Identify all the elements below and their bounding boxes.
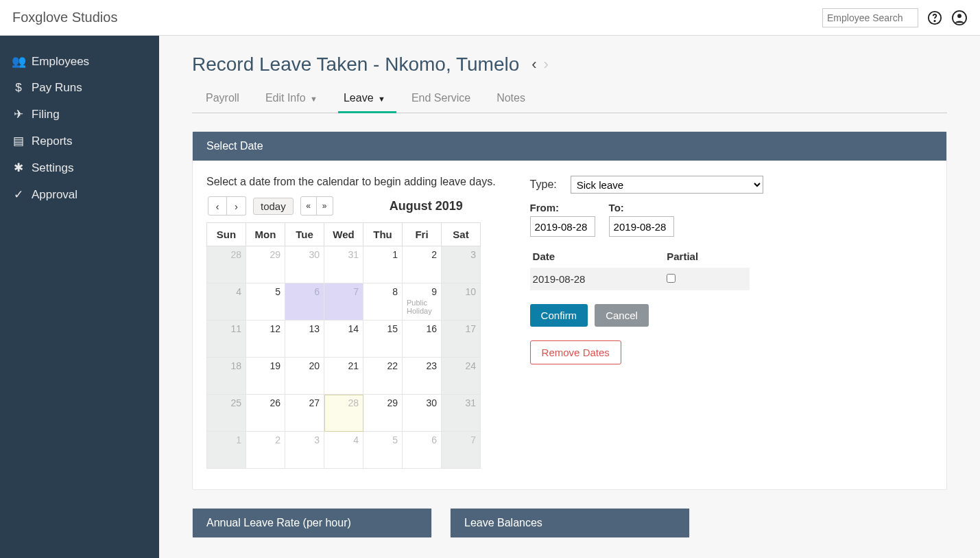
from-date-input[interactable] [530,216,595,237]
calendar-day[interactable]: 19 [246,358,285,395]
report-icon: ▤ [12,134,25,148]
calendar-day[interactable]: 15 [363,321,403,358]
calendar-day[interactable]: 12 [246,321,285,358]
calendar-day[interactable]: 22 [363,358,403,395]
chevron-down-icon: ▼ [378,95,385,103]
leave-type-select[interactable]: Sick leave [571,176,763,194]
calendar-day[interactable]: 5 [246,283,285,321]
table-row: 2019-08-28 [530,268,750,290]
record-pager: ‹ › [531,56,549,73]
help-icon[interactable] [927,10,943,26]
calendar-day[interactable]: 6 [285,283,324,321]
calendar-day[interactable]: 31 [442,395,481,432]
calendar-day[interactable]: 21 [324,358,363,395]
calendar-day[interactable]: 1 [207,432,246,469]
calendar-dow: Mon [246,223,285,246]
sidebar-item-reports[interactable]: ▤ Reports [0,128,159,154]
confirm-button[interactable]: Confirm [530,304,588,327]
calendar-day[interactable]: 9Public Holiday [403,283,442,321]
gear-icon: ✱ [12,161,25,175]
calendar-dow: Sun [207,223,246,246]
leave-form: Type: Sick leave From: To: [530,176,763,469]
partial-checkbox[interactable] [667,274,676,283]
sidebar-item-employees[interactable]: 👥 Employees [0,48,159,75]
tab-payroll[interactable]: Payroll [203,85,242,113]
calendar-day[interactable]: 2 [246,432,285,469]
tab-leave[interactable]: Leave ▼ [341,85,388,113]
calendar-dow: Sat [442,223,481,246]
profile-icon[interactable] [951,10,968,26]
type-label: Type: [530,178,557,191]
col-partial: Partial [664,245,749,268]
calendar-day[interactable]: 16 [403,321,442,358]
calendar-day[interactable]: 28 [207,246,246,283]
remove-dates-button[interactable]: Remove Dates [530,340,621,364]
calendar-day[interactable]: 6 [403,432,442,469]
check-icon: ✓ [12,187,25,202]
calendar-day[interactable]: 23 [403,358,442,395]
employee-search-input[interactable] [822,8,918,27]
calendar-title: August 2019 [390,199,463,213]
calendar-day[interactable]: 31 [324,246,363,283]
cal-next-month-icon[interactable]: › [227,196,246,216]
cancel-button[interactable]: Cancel [595,304,649,327]
calendar-day[interactable]: 29 [246,246,285,283]
sidebar-item-pay-runs[interactable]: $ Pay Runs [0,75,159,101]
to-date-input[interactable] [609,216,674,237]
tab-notes[interactable]: Notes [494,85,528,113]
calendar-day[interactable]: 8 [363,283,403,321]
paper-plane-icon: ✈ [12,107,25,121]
calendar-day[interactable]: 26 [246,395,285,432]
calendar-day[interactable]: 30 [285,246,324,283]
select-date-header: Select Date [193,132,946,161]
sidebar-item-approval[interactable]: ✓ Approval [0,181,159,208]
calendar-day[interactable]: 7 [324,283,363,321]
to-label: To: [609,202,674,213]
select-date-panel: Select Date Select a date from the calen… [192,131,947,490]
sidebar-item-settings[interactable]: ✱ Settings [0,154,159,181]
calendar-day[interactable]: 4 [324,432,363,469]
calendar-instruction: Select a date from the calendar to begin… [206,176,496,188]
chevron-down-icon: ▼ [310,95,318,103]
cal-prev-month-icon[interactable]: ‹ [208,196,227,216]
row-date: 2019-08-28 [530,268,665,290]
calendar-dow: Wed [324,223,363,246]
calendar-day[interactable]: 17 [442,321,481,358]
calendar-day[interactable]: 27 [285,395,324,432]
calendar-day[interactable]: 1 [363,246,403,283]
annual-leave-rate-header: Annual Leave Rate (per hour) [193,509,431,537]
calendar-day[interactable]: 20 [285,358,324,395]
prev-record-icon[interactable]: ‹ [531,56,536,73]
calendar-day[interactable]: 7 [442,432,481,469]
calendar-day[interactable]: 10 [442,283,481,321]
brand-name: Foxglove Studios [12,10,117,25]
tab-bar: Payroll Edit Info ▼ Leave ▼ End Service … [192,85,947,113]
calendar-day[interactable]: 30 [403,395,442,432]
calendar-day[interactable]: 3 [442,246,481,283]
cal-prev-year-icon[interactable]: « [300,196,317,216]
calendar-day[interactable]: 5 [363,432,403,469]
calendar-day[interactable]: 14 [324,321,363,358]
tab-edit-info-label: Edit Info [265,92,306,104]
calendar-day[interactable]: 18 [207,358,246,395]
calendar-day[interactable]: 2 [403,246,442,283]
tab-end-service[interactable]: End Service [409,85,473,113]
page-title: Record Leave Taken - Nkomo, Tumelo [192,54,519,75]
calendar-day[interactable]: 13 [285,321,324,358]
tab-leave-label: Leave [344,92,374,104]
calendar-day[interactable]: 3 [285,432,324,469]
calendar-day[interactable]: 29 [363,395,403,432]
calendar-day[interactable]: 24 [442,358,481,395]
annual-leave-rate-panel: Annual Leave Rate (per hour) [192,508,432,538]
sidebar-item-label: Reports [32,135,73,148]
svg-point-1 [934,20,935,21]
cal-next-year-icon[interactable]: » [317,196,333,216]
cal-today-button[interactable]: today [253,198,294,215]
calendar-day[interactable]: 28 [324,395,363,432]
sidebar-item-filing[interactable]: ✈ Filing [0,101,159,128]
calendar-day[interactable]: 25 [207,395,246,432]
calendar-day[interactable]: 4 [207,283,246,321]
tab-edit-info[interactable]: Edit Info ▼ [263,85,320,113]
calendar-day[interactable]: 11 [207,321,246,358]
next-record-icon: › [544,56,549,73]
